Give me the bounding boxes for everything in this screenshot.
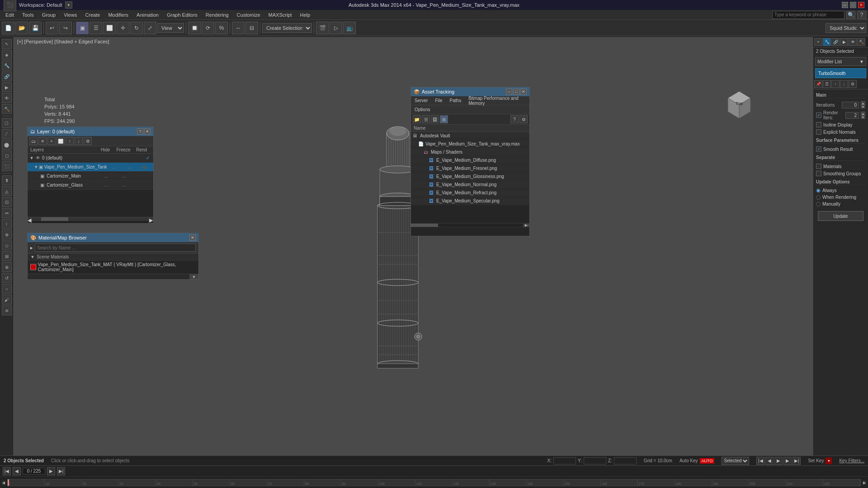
z-input[interactable]	[614, 457, 637, 465]
layer-scroll-track[interactable]	[32, 217, 149, 221]
flip-icon[interactable]: ↕	[2, 219, 12, 229]
menu-maxscript[interactable]: MAXScript	[265, 11, 296, 19]
material-close-btn[interactable]: ✕	[189, 235, 196, 241]
menu-help[interactable]: Help	[297, 11, 314, 19]
material-scroll-track[interactable]	[28, 274, 189, 279]
angle-snap-btn[interactable]: ⟳	[202, 22, 214, 34]
display-icon[interactable]: 👁	[2, 93, 12, 103]
asset-tb-btn4[interactable]: ⊞	[440, 115, 448, 123]
menu-tools[interactable]: Tools	[19, 11, 38, 19]
mirror-btn[interactable]: ↔	[232, 22, 245, 34]
select-tool-icon[interactable]: ↖	[2, 39, 12, 49]
menu-rendering[interactable]: Rendering	[202, 11, 232, 19]
materials-checkbox[interactable]	[816, 164, 821, 169]
asset-menu-options[interactable]: Options	[413, 107, 432, 112]
asset-menu-file[interactable]: File	[433, 98, 444, 103]
y-input[interactable]	[584, 457, 606, 465]
modify-icon[interactable]: 🔧	[2, 61, 12, 70]
element-mode-icon[interactable]: ⬛	[2, 161, 12, 171]
selection-filter-dropdown[interactable]: Create Selection...	[262, 23, 312, 33]
asset-row-maps[interactable]: 🗂 Maps / Shaders	[411, 148, 529, 156]
explicit-checkbox[interactable]	[816, 129, 821, 135]
layer-opt-btn[interactable]: ⚙	[84, 137, 92, 145]
tl-playhead[interactable]	[8, 479, 9, 486]
asset-help-btn[interactable]: ?	[510, 115, 519, 123]
paint-icon[interactable]: 🖌	[2, 295, 12, 305]
asset-tb-btn1[interactable]: 📁	[413, 115, 421, 123]
bevel-icon[interactable]: ◬	[2, 186, 12, 196]
mod-tab-modify[interactable]: 🔧	[823, 38, 831, 46]
autokey-toggle[interactable]: AUTO	[700, 458, 715, 464]
layer-icon-btn[interactable]: 🗂	[29, 137, 38, 145]
ri-up-btn[interactable]: ▲	[861, 112, 865, 115]
iterations-input[interactable]	[842, 102, 859, 108]
asset-row-file[interactable]: 📄 Vape_Pen_Medium_Size_Tank_max_vray.max	[411, 140, 529, 148]
sub-tab-pin[interactable]: 📌	[814, 80, 822, 88]
always-radio[interactable]	[816, 188, 821, 193]
open-btn[interactable]: 📂	[15, 22, 28, 34]
modifier-list-dropdown[interactable]: Modifier List ▼	[815, 57, 866, 66]
sub-tab-dn[interactable]: ↓	[840, 80, 848, 88]
connect-icon[interactable]: ⊞	[2, 251, 12, 261]
render-btn[interactable]: ▷	[330, 22, 342, 34]
redo-btn[interactable]: ↪	[59, 22, 72, 34]
tl-go-end[interactable]: ▶|	[57, 467, 65, 475]
layer-move-btn[interactable]: ↑	[66, 137, 74, 145]
menu-graph-editors[interactable]: Graph Editors	[163, 11, 201, 19]
tl-go-start[interactable]: |◀	[3, 467, 11, 475]
iter-dn-btn[interactable]: ▼	[861, 105, 865, 108]
menu-create[interactable]: Create	[81, 11, 104, 19]
sub-tab-up[interactable]: ↑	[831, 80, 840, 88]
search-button[interactable]: 🔍	[846, 11, 855, 19]
loop-icon[interactable]: ↺	[2, 273, 12, 283]
layer-row-main[interactable]: ▣ Cartomizer_Main ... ...	[28, 172, 153, 181]
tl-scroll-right[interactable]: ▶	[863, 481, 866, 485]
create-icon[interactable]: ◈	[2, 50, 12, 60]
scale-btn[interactable]: ⤢	[144, 22, 156, 34]
manually-radio[interactable]	[816, 202, 821, 206]
extrude-icon[interactable]: ⬆	[2, 175, 12, 185]
asset-menu-server[interactable]: Server	[413, 98, 429, 103]
menu-customize[interactable]: Customize	[233, 11, 264, 19]
layer-row-vape[interactable]: ▼ ▣ Vape_Pen_Medium_Size_Tank ... ... ◼	[28, 163, 153, 172]
prev-frame-btn[interactable]: ◀	[765, 457, 774, 465]
asset-minimize-btn[interactable]: ─	[506, 89, 512, 95]
select-name-btn[interactable]: ☰	[90, 22, 102, 34]
layer-close-btn[interactable]: ✕	[144, 128, 151, 135]
go-start-btn[interactable]: |◀	[756, 457, 764, 465]
layer-add-btn[interactable]: +	[47, 137, 56, 145]
menu-edit[interactable]: Edit	[2, 11, 18, 19]
isoline-checkbox[interactable]	[816, 122, 821, 127]
when-rendering-radio[interactable]	[816, 195, 821, 200]
search-input[interactable]	[772, 11, 844, 19]
inset-icon[interactable]: ⊡	[2, 197, 12, 207]
reference-coord-dropdown[interactable]: View World	[157, 23, 184, 33]
menu-group[interactable]: Group	[38, 11, 60, 19]
hierarchy-icon[interactable]: 🔗	[2, 71, 12, 81]
undo-btn[interactable]: ↩	[46, 22, 58, 34]
minimize-button[interactable]: ─	[842, 2, 848, 8]
smoothing-groups-checkbox[interactable]	[816, 171, 821, 176]
asset-maximize-btn[interactable]: □	[513, 89, 519, 95]
modifier-stack-item[interactable]: TurboSmooth	[815, 68, 866, 78]
layer-scroll-left[interactable]: ◀	[28, 217, 32, 223]
help-button[interactable]: ?	[857, 11, 866, 19]
scene-materials-header[interactable]: ▼ Scene Materials	[28, 253, 198, 261]
new-scene-btn[interactable]: 📄	[2, 22, 14, 34]
layer-dn-btn[interactable]: ↓	[75, 137, 83, 145]
menu-animation[interactable]: Animation	[133, 11, 162, 19]
go-end-btn[interactable]: ▶|	[793, 457, 801, 465]
asset-close-btn[interactable]: ✕	[520, 89, 527, 95]
render-iters-input[interactable]	[845, 112, 859, 119]
workspace-dropdown[interactable]: ▼	[65, 1, 72, 9]
layer-help-btn[interactable]: ?	[137, 128, 143, 135]
selected-dropdown[interactable]: Selected	[722, 457, 749, 465]
asset-menu-bitmap[interactable]: Bitmap Performance and Memory	[467, 96, 528, 106]
render-iters-checkbox[interactable]	[816, 113, 821, 118]
layer-delete-btn[interactable]: ✕	[38, 137, 47, 145]
app-icon[interactable]: ⬛	[4, 0, 16, 11]
tl-frame-display[interactable]: 0 / 225	[23, 468, 45, 474]
layer-row-glass[interactable]: ▣ Cartomizer_Glass ... ...	[28, 181, 153, 190]
vray-fb-btn[interactable]: 📺	[343, 22, 356, 34]
align-btn[interactable]: ⊟	[245, 22, 258, 34]
